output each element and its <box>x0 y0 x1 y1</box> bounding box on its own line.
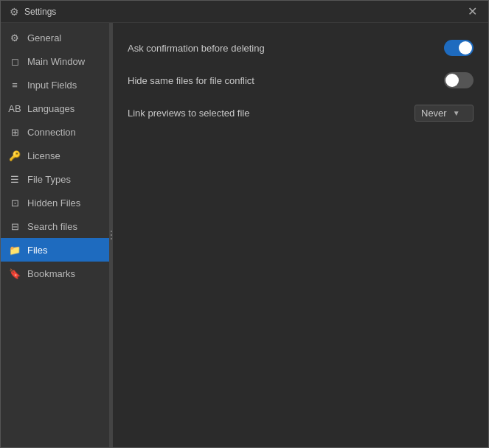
general-icon: ⚙ <box>8 31 21 44</box>
sidebar-item-license[interactable]: 🔑License <box>1 144 109 167</box>
sidebar-item-label-input-fields: Input Fields <box>27 80 77 91</box>
sidebar-item-search-files[interactable]: ⊟Search files <box>1 214 109 238</box>
sidebar-item-general[interactable]: ⚙General <box>1 26 109 49</box>
main-window-icon: ◻ <box>8 55 21 68</box>
settings-panel: Ask confirmation before deletingHide sam… <box>113 23 488 447</box>
input-fields-icon: ≡ <box>8 78 21 91</box>
license-icon: 🔑 <box>8 149 21 162</box>
file-types-icon: ☰ <box>8 172 21 186</box>
sidebar-item-label-hidden-files: Hidden Files <box>27 197 80 209</box>
sidebar-item-hidden-files[interactable]: ⊡Hidden Files <box>1 191 109 214</box>
setting-label-ask-confirmation: Ask confirmation before deleting <box>128 43 265 54</box>
sidebar-item-label-general: General <box>27 32 61 43</box>
connection-icon: ⊞ <box>8 125 21 139</box>
sidebar-item-languages[interactable]: ABLanguages <box>1 97 109 120</box>
sidebar-item-input-fields[interactable]: ≡Input Fields <box>1 73 109 97</box>
sidebar-item-label-connection: Connection <box>27 127 76 138</box>
sidebar-item-label-file-types: File Types <box>27 174 71 185</box>
sidebar-item-file-types[interactable]: ☰File Types <box>1 167 109 191</box>
sidebar-item-bookmarks[interactable]: 🔖Bookmarks <box>1 262 109 285</box>
toggle-knob-ask-confirmation <box>459 41 472 55</box>
sidebar-item-label-files: Files <box>27 245 47 256</box>
sidebar-item-files[interactable]: 📁Files <box>1 238 109 262</box>
sidebar-item-main-window[interactable]: ◻Main Window <box>1 49 109 73</box>
setting-row-link-previews: Link previews to selected fileNever▼ <box>128 102 474 123</box>
search-files-icon: ⊟ <box>8 220 21 233</box>
sidebar: ⚙General◻Main Window≡Input FieldsABLangu… <box>1 23 110 447</box>
sidebar-item-connection[interactable]: ⊞Connection <box>1 120 109 144</box>
resizer-dot <box>111 231 112 232</box>
toggle-hide-same-files[interactable] <box>444 72 474 88</box>
window-title: Settings <box>24 7 463 17</box>
titlebar: ⚙ Settings ✕ <box>1 1 488 23</box>
toggle-ask-confirmation[interactable] <box>444 40 474 56</box>
resizer-dot <box>111 238 112 239</box>
languages-icon: AB <box>8 102 21 115</box>
setting-row-ask-confirmation: Ask confirmation before deleting <box>128 38 474 58</box>
resizer-dot <box>111 234 112 236</box>
sidebar-item-label-languages: Languages <box>27 103 74 114</box>
sidebar-item-label-search-files: Search files <box>27 221 77 232</box>
sidebar-resizer[interactable] <box>110 23 113 447</box>
setting-label-hide-same-files: Hide same files for file conflict <box>128 75 254 86</box>
dropdown-arrow-link-previews: ▼ <box>453 109 460 117</box>
content-area: ⚙General◻Main Window≡Input FieldsABLangu… <box>1 23 488 447</box>
dropdown-value-link-previews: Never <box>421 108 447 119</box>
resizer-dots <box>111 231 112 239</box>
sidebar-item-label-bookmarks: Bookmarks <box>27 268 75 279</box>
setting-row-hide-same-files: Hide same files for file conflict <box>128 70 474 91</box>
dropdown-link-previews[interactable]: Never▼ <box>415 105 474 122</box>
bookmarks-icon: 🔖 <box>8 267 21 280</box>
toggle-knob-hide-same-files <box>445 74 459 87</box>
setting-label-link-previews: Link previews to selected file <box>128 108 249 119</box>
hidden-files-icon: ⊡ <box>8 196 21 209</box>
sidebar-item-label-main-window: Main Window <box>27 56 85 67</box>
files-icon: 📁 <box>8 243 21 256</box>
settings-icon: ⚙ <box>8 6 20 18</box>
sidebar-item-label-license: License <box>27 150 60 161</box>
close-button[interactable]: ✕ <box>463 3 481 21</box>
settings-window: ⚙ Settings ✕ ⚙General◻Main Window≡Input … <box>0 0 489 448</box>
